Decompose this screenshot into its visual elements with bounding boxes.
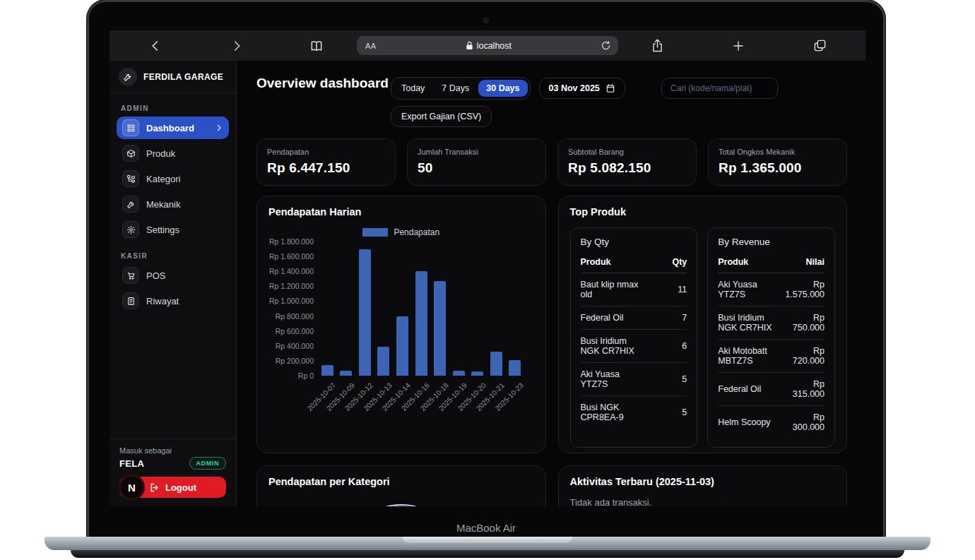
produk-cell: Busi Iridium NGK CR7HIX bbox=[718, 306, 779, 340]
stats-grid: PendapatanRp 6.447.150Jumlah Transaksi50… bbox=[256, 138, 847, 186]
bar-2025-10-23 bbox=[509, 360, 521, 376]
browser-window: AA localhost bbox=[110, 30, 865, 506]
value-cell: Rp 1.575.000 bbox=[779, 273, 825, 306]
section-label-admin: ADMIN bbox=[121, 105, 236, 112]
export-csv-button[interactable]: Export Gajian (CSV) bbox=[391, 106, 492, 127]
gear-icon bbox=[122, 221, 139, 238]
stat-label: Total Ongkos Mekanik bbox=[719, 148, 837, 156]
table-row: Aki Motobatt MBTZ7SRp 720.000 bbox=[718, 340, 825, 373]
legend-swatch bbox=[362, 228, 388, 237]
back-icon[interactable] bbox=[146, 37, 165, 55]
y-axis-tick: Rp 1.800.000 bbox=[268, 237, 314, 246]
by-revenue-card: By Revenue Produk Nilai Aki Yuasa YTZ7SR… bbox=[707, 227, 835, 448]
stat-label: Jumlah Transaksi bbox=[418, 148, 536, 156]
date-picker-button[interactable]: 03 Nov 2025 bbox=[539, 78, 625, 99]
lock-icon bbox=[466, 41, 473, 50]
app-viewport: FERDILA GARAGE ADMINDashboardProdukKateg… bbox=[110, 61, 865, 506]
y-axis-tick: Rp 600.000 bbox=[268, 327, 314, 335]
role-badge: ADMIN bbox=[189, 457, 227, 470]
bar-2025-10-16 bbox=[415, 271, 427, 376]
brand-name: FERDILA GARAGE bbox=[143, 72, 223, 82]
bar-2025-10-13 bbox=[377, 347, 389, 376]
category-revenue-panel: Pendapatan per Kategori bbox=[256, 465, 546, 506]
y-axis-tick: Rp 1.400.000 bbox=[268, 267, 314, 275]
table-row: Baut klip nmax old11 bbox=[581, 273, 687, 306]
top-produk-title: Top Produk bbox=[570, 206, 836, 218]
sidebar-item-label: POS bbox=[146, 270, 165, 281]
table-row: Aki Yuasa YTZ7S5 bbox=[581, 363, 687, 396]
produk-cell: Aki Motobatt MBTZ7S bbox=[718, 340, 779, 373]
address-bar[interactable]: AA localhost bbox=[357, 36, 618, 55]
sidebar-item-pos[interactable]: POS bbox=[117, 264, 229, 287]
value-cell: Rp 315.000 bbox=[779, 373, 825, 406]
box-icon bbox=[122, 145, 139, 162]
value-cell: 7 bbox=[642, 306, 687, 330]
category-chart-title: Pendapatan per Kategori bbox=[268, 476, 534, 487]
table-row: Aki Yuasa YTZ7SRp 1.575.000 bbox=[718, 273, 825, 306]
search-input[interactable] bbox=[661, 78, 778, 99]
section-label-kasir: KASIR bbox=[121, 252, 236, 260]
legend-label: Pendapatan bbox=[394, 227, 439, 237]
range-button-today[interactable]: Today bbox=[394, 80, 432, 97]
produk-cell: Aki Yuasa YTZ7S bbox=[581, 363, 642, 396]
main-content: Overview dashboard Today7 Days30 Days 03… bbox=[237, 61, 865, 506]
nextjs-dev-badge[interactable]: N bbox=[119, 475, 145, 501]
range-button-30-days[interactable]: 30 Days bbox=[478, 80, 527, 97]
header-controls: Today7 Days30 Days 03 Nov 2025 Export Ga… bbox=[391, 73, 847, 127]
range-toggle-group: Today7 Days30 Days bbox=[391, 77, 531, 100]
stat-value: Rp 6.447.150 bbox=[267, 160, 385, 176]
daily-chart-plot: Rp 1.800.000Rp 1.600.000Rp 1.400.000Rp 1… bbox=[268, 242, 534, 425]
bar-2025-10-07 bbox=[321, 365, 333, 376]
share-icon[interactable] bbox=[648, 37, 666, 55]
sidebar-item-label: Riwayat bbox=[146, 296, 179, 306]
by-qty-table: Produk Qty Baut klip nmax old11Federal O… bbox=[581, 253, 687, 429]
sidebar-item-produk[interactable]: Produk bbox=[117, 142, 229, 165]
category-pie-chart bbox=[341, 504, 461, 506]
sidebar-item-riwayat[interactable]: Riwayat bbox=[117, 290, 229, 312]
sidebar-item-dashboard[interactable]: Dashboard bbox=[117, 117, 229, 139]
sidebar-item-label: Kategori bbox=[146, 174, 180, 184]
value-cell: Rp 720.000 bbox=[779, 340, 825, 373]
plot-area bbox=[318, 242, 524, 376]
macbook-screen: AA localhost bbox=[87, 0, 885, 537]
recent-activity-panel: Aktivitas Terbaru (2025-11-03) Tidak ada… bbox=[558, 465, 848, 506]
activity-empty-text: Tidak ada transaksi. bbox=[570, 497, 836, 506]
bar-2025-10-18 bbox=[434, 281, 446, 376]
value-cell: 6 bbox=[642, 330, 687, 363]
category-tree-icon bbox=[122, 170, 139, 187]
value-cell: 11 bbox=[642, 273, 687, 306]
sidebar-item-mekanik[interactable]: Mekanik bbox=[117, 193, 229, 215]
device-label: MacBook Air bbox=[89, 522, 883, 534]
col-nilai: Nilai bbox=[779, 253, 825, 273]
forward-icon[interactable] bbox=[228, 37, 246, 55]
sidebar-item-label: Dashboard bbox=[146, 123, 194, 133]
table-row: Helm ScoopyRp 300.000 bbox=[718, 406, 825, 439]
y-axis-tick: Rp 1.200.000 bbox=[268, 282, 314, 290]
browser-toolbar: AA localhost bbox=[110, 30, 865, 61]
page-title: Overview dashboard bbox=[256, 73, 391, 127]
daily-chart-title: Pendapatan Harian bbox=[268, 206, 534, 218]
lid-notch bbox=[403, 537, 572, 543]
by-qty-card: By Qty Produk Qty Baut klip nmax old11Fe… bbox=[570, 227, 698, 448]
daily-revenue-panel: Pendapatan Harian Pendapatan Rp 1.800.00… bbox=[256, 196, 546, 453]
sidebar-item-settings[interactable]: Settings bbox=[117, 218, 229, 241]
sidebar-item-kategori[interactable]: Kategori bbox=[117, 167, 229, 190]
tabs-overview-icon[interactable] bbox=[810, 37, 829, 55]
macbook-base bbox=[45, 537, 930, 550]
by-revenue-table: Produk Nilai Aki Yuasa YTZ7SRp 1.575.000… bbox=[718, 253, 825, 439]
reload-icon[interactable] bbox=[601, 40, 618, 51]
table-row: Busi Iridium NGK CR7HIX6 bbox=[581, 330, 687, 363]
by-qty-title: By Qty bbox=[581, 237, 687, 247]
webcam-dot bbox=[483, 18, 489, 23]
calendar-icon bbox=[605, 83, 615, 93]
new-tab-icon[interactable] bbox=[729, 37, 748, 55]
y-axis-tick: Rp 200.000 bbox=[268, 357, 314, 365]
range-button-7-days[interactable]: 7 Days bbox=[434, 80, 477, 97]
col-produk: Produk bbox=[718, 253, 779, 273]
reading-list-icon[interactable] bbox=[307, 37, 326, 55]
produk-cell: Federal Oil bbox=[581, 306, 642, 330]
stat-value: 50 bbox=[418, 160, 536, 176]
bar-2025-10-09 bbox=[340, 371, 352, 376]
reader-aa-label[interactable]: AA bbox=[357, 42, 377, 50]
value-cell: Rp 750.000 bbox=[779, 306, 825, 340]
